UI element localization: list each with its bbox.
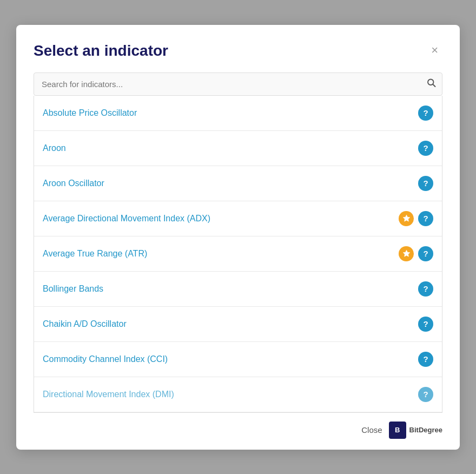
star-svg xyxy=(402,249,411,258)
bitdegree-badge: B BitDegree xyxy=(389,422,442,439)
help-label: ? xyxy=(423,109,428,117)
item-actions: ? xyxy=(418,281,433,297)
item-actions: ? xyxy=(399,211,433,226)
list-item[interactable]: Commodity Channel Index (CCI)? xyxy=(34,342,442,377)
star-icon[interactable] xyxy=(399,211,414,226)
item-actions: ? xyxy=(418,106,433,121)
help-icon[interactable]: ? xyxy=(418,211,433,226)
list-item[interactable]: Aroon? xyxy=(34,131,442,166)
item-actions: ? xyxy=(418,176,433,191)
help-icon[interactable]: ? xyxy=(418,281,433,297)
indicator-name: Chaikin A/D Oscillator xyxy=(43,319,127,329)
indicator-name: Average Directional Movement Index (ADX) xyxy=(43,214,210,223)
list-item[interactable]: Bollinger Bands? xyxy=(34,272,442,307)
indicators-list-wrapper: Absolute Price Oscillator?Aroon?Aroon Os… xyxy=(34,96,442,413)
indicator-name: Bollinger Bands xyxy=(43,284,103,294)
indicator-name: Average True Range (ATR) xyxy=(43,249,147,259)
item-actions: ? xyxy=(399,246,433,261)
help-icon[interactable]: ? xyxy=(418,246,433,261)
list-item[interactable]: Absolute Price Oscillator? xyxy=(34,96,442,131)
svg-line-1 xyxy=(433,84,435,87)
search-icon xyxy=(426,78,436,88)
indicator-name: Aroon Oscillator xyxy=(43,179,104,188)
help-icon[interactable]: ? xyxy=(418,106,433,121)
help-label: ? xyxy=(423,249,428,258)
help-icon[interactable]: ? xyxy=(418,141,433,156)
indicator-name: Directional Movement Index (DMI) xyxy=(43,390,174,399)
svg-point-0 xyxy=(428,80,434,85)
search-input[interactable] xyxy=(34,73,442,96)
list-item[interactable]: Aroon Oscillator? xyxy=(34,166,442,201)
star-svg xyxy=(402,214,411,222)
help-label: ? xyxy=(423,320,428,328)
list-item[interactable]: Chaikin A/D Oscillator? xyxy=(34,307,442,342)
item-actions: ? xyxy=(418,317,433,332)
help-icon[interactable]: ? xyxy=(418,317,433,332)
help-label: ? xyxy=(423,214,428,222)
help-label: ? xyxy=(423,144,428,152)
list-item[interactable]: Average True Range (ATR) ? xyxy=(34,236,442,272)
help-label: ? xyxy=(423,355,428,363)
list-item[interactable]: Average Directional Movement Index (ADX)… xyxy=(34,201,442,236)
svg-marker-3 xyxy=(403,250,410,256)
help-icon[interactable]: ? xyxy=(418,352,433,367)
modal-title: Select an indicator xyxy=(34,42,168,60)
search-icon-button[interactable] xyxy=(426,78,436,90)
indicator-name: Aroon xyxy=(43,143,66,153)
modal-overlay: Select an indicator × Absolute Price Osc… xyxy=(0,0,476,474)
modal-footer: Close B BitDegree xyxy=(34,413,442,450)
help-label: ? xyxy=(423,285,428,293)
help-icon[interactable]: ? xyxy=(418,176,433,191)
bitdegree-logo: B xyxy=(389,422,406,439)
star-icon[interactable] xyxy=(399,246,414,261)
footer-close-button[interactable]: Close xyxy=(361,425,382,435)
indicator-name: Absolute Price Oscillator xyxy=(43,108,137,118)
help-label: ? xyxy=(423,179,428,187)
modal-header: Select an indicator × xyxy=(34,42,442,60)
indicator-name: Commodity Channel Index (CCI) xyxy=(43,354,168,364)
item-actions: ? xyxy=(418,352,433,367)
item-actions: ? xyxy=(418,141,433,156)
modal-dialog: Select an indicator × Absolute Price Osc… xyxy=(16,25,460,450)
bitdegree-label: BitDegree xyxy=(409,426,442,434)
bitdegree-initial: B xyxy=(395,426,400,434)
modal-close-button[interactable]: × xyxy=(427,42,442,58)
list-item[interactable]: Directional Movement Index (DMI)? xyxy=(34,377,442,412)
svg-marker-2 xyxy=(403,215,410,221)
indicators-list: Absolute Price Oscillator?Aroon?Aroon Os… xyxy=(34,96,442,413)
item-actions: ? xyxy=(418,387,433,402)
search-container xyxy=(34,73,442,96)
help-label: ? xyxy=(423,390,428,398)
help-icon[interactable]: ? xyxy=(418,387,433,402)
